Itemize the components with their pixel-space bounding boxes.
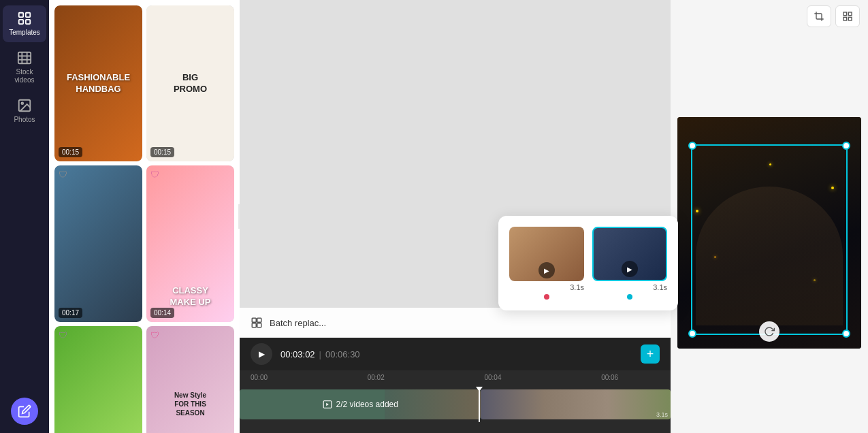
video-thumb-box-2: ▶ [592,227,667,281]
template-card-text: BIGPROMO [174,72,207,95]
sidebar-item-templates[interactable]: Templates [3,5,46,42]
resize-handle-tl[interactable] [688,142,696,150]
time-display: 00:03:02 | 00:06:30 [280,349,360,359]
preview-image [677,117,861,349]
timeline-area: ▶ 00:03:02 | 00:06:30 + 00:00 00:02 00:0… [240,338,671,433]
refresh-icon [764,326,775,337]
video-clip-2[interactable]: ▶ 3.1s [592,227,667,300]
batch-replace-icon [251,317,263,329]
clip-1-dot [544,294,549,300]
shield-icon: 🛡 [59,170,67,180]
crop-tool-button[interactable] [807,5,831,27]
track-label-text: 2/2 videos added [336,400,398,409]
svg-point-10 [21,102,23,104]
ruler-mark-6: 00:06 [601,374,660,381]
clip-2-duration: 3.1s [592,283,667,291]
film-icon [17,50,32,65]
collapse-panel-button[interactable]: ‹ [238,204,240,229]
svg-rect-14 [257,323,261,327]
svg-rect-11 [252,318,256,322]
template-card-fashion1[interactable]: 🛡 00:17 [54,165,142,321]
track-label: 2/2 videos added [323,400,398,409]
sidebar-label-stock-videos: Stock videos [5,68,44,84]
template-card-text: New StyleFOR THISSEASON [174,391,206,417]
svg-rect-13 [252,323,256,327]
play-icon: ▶ [259,349,265,359]
crop-icon [814,11,824,22]
add-media-button[interactable]: + [641,344,660,364]
shield-pink-icon: 🛡 [150,330,159,340]
refresh-button[interactable] [759,321,779,342]
svg-rect-0 [19,13,23,17]
ruler-mark-1 [309,374,368,381]
ruler-mark-4: 00:04 [484,374,543,381]
total-time: 00:06:30 [325,349,360,359]
sidebar: Templates Stock videos Photos [0,0,49,433]
template-card-bigpromo[interactable]: BIGPROMO 00:15 [146,5,234,161]
edit-button[interactable] [11,398,38,425]
template-card-newstyle[interactable]: 🛡 New StyleFOR THISSEASON 00:11 [146,326,234,433]
play-button[interactable]: ▶ [251,343,272,365]
batch-replace-label: Batch replac... [270,318,326,328]
template-duration: 00:15 [59,147,82,157]
playhead [479,387,480,422]
current-time: 00:03:02 [280,349,315,359]
svg-rect-4 [18,52,31,64]
image-icon [17,98,32,113]
template-card-soccer[interactable]: 🛡 00:12 [54,326,142,433]
template-duration: 00:15 [150,147,174,157]
playhead-triangle [476,387,483,391]
selection-box [691,144,848,335]
ruler-mark-5 [543,374,601,381]
main-area: Batch replac... ▶ 3.1s ▶ [240,0,671,433]
video-track-icon [323,400,332,409]
sidebar-item-photos[interactable]: Photos [3,93,46,129]
time-separator: | [319,349,321,359]
resize-handle-br[interactable] [842,330,850,338]
template-duration: 00:17 [59,308,82,318]
preview-canvas [671,33,868,433]
svg-rect-16 [843,12,847,16]
resize-handle-bl[interactable] [688,330,696,338]
sidebar-item-stock-videos[interactable]: Stock videos [3,45,46,90]
ruler-mark-0: 00:00 [251,374,309,381]
grid-tool-icon [842,11,853,22]
svg-rect-18 [843,17,847,20]
templates-grid: FASHIONABLEHANDBAG 00:15 BIGPROMO 00:15 … [54,5,234,433]
preview-toolbar [671,0,868,33]
clip-duration-badge: 3.1s [656,411,668,418]
video-popup: ▶ 3.1s ▶ 3.1s [498,216,678,310]
timeline-tracks: 2/2 videos added 3.1s [240,384,671,433]
ruler-mark-2: 00:02 [368,374,426,381]
svg-rect-19 [848,17,852,20]
svg-rect-1 [26,13,30,17]
shield-pink-icon: 🛡 [150,170,159,180]
timeline-controls: ▶ 00:03:02 | 00:06:30 + [240,338,671,370]
clip-2-dot [627,294,632,300]
video-clip-1[interactable]: ▶ 3.1s [509,227,584,300]
sidebar-label-photos: Photos [14,116,35,124]
template-card-text: CLASSYMAKE UP [170,285,211,308]
template-card-handbag[interactable]: FASHIONABLEHANDBAG 00:15 [54,5,142,161]
add-icon: + [647,347,654,362]
timeline-ruler: 00:00 00:02 00:04 00:06 [240,370,671,384]
templates-panel: FASHIONABLEHANDBAG 00:15 BIGPROMO 00:15 … [49,0,240,433]
svg-rect-2 [19,20,23,24]
template-card-makeup[interactable]: 🛡 CLASSYMAKE UP 00:14 [146,165,234,321]
template-card-text: FASHIONABLEHANDBAG [67,72,130,95]
svg-rect-17 [848,12,852,16]
shield-icon: 🛡 [59,330,67,340]
ruler-marks: 00:00 00:02 00:04 00:06 [251,374,660,381]
sidebar-label-templates: Templates [9,29,40,37]
batch-replace-bar: Batch replac... [240,308,671,338]
track-segment-1[interactable]: 2/2 videos added [240,389,481,419]
track-segment-2[interactable]: 3.1s [481,389,671,419]
video-thumb-box-1: ▶ [509,227,584,281]
right-panel [671,0,868,433]
template-duration: 00:14 [150,308,174,318]
canvas-area: Batch replac... ▶ 3.1s ▶ [240,0,671,338]
svg-rect-12 [257,318,261,322]
resize-handle-tr[interactable] [842,142,850,150]
grid-tool-button[interactable] [835,5,860,27]
ruler-mark-3 [426,374,485,381]
